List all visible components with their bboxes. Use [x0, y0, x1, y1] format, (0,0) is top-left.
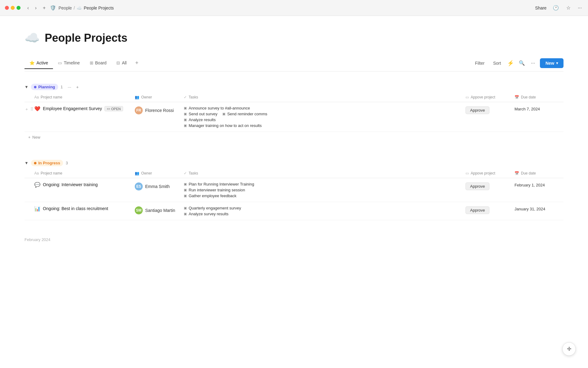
ip-col-approve-header: ▭ Appove project	[466, 171, 514, 175]
ip-avatar-0: ES	[135, 182, 143, 190]
inprogress-label: In Progress	[38, 161, 60, 165]
search-icon[interactable]: 🔍	[518, 59, 526, 67]
history-button[interactable]: 🕐	[552, 4, 560, 12]
col-tasks-label: Tasks	[189, 95, 198, 99]
ip-task-icon-0-2: ▣	[184, 194, 187, 198]
share-button[interactable]: Share	[535, 6, 546, 10]
ip-project-label-0[interactable]: Ongoing: Interviewer training	[43, 182, 98, 188]
ip-due-cell-1: January 31, 2024	[514, 206, 564, 211]
more-options-button[interactable]: ···	[577, 4, 583, 12]
timeline-tab-icon: ▭	[58, 60, 62, 65]
add-tab-button[interactable]: +	[133, 57, 141, 69]
tab-board[interactable]: ⊞ Board	[85, 57, 111, 69]
planning-project-label-0[interactable]: Employee Engagement Survey	[43, 106, 102, 112]
inprogress-row-1: 📊 Ongoing: Best in class recruitment SM …	[24, 202, 564, 220]
all-tab-icon: ⊟	[116, 60, 120, 65]
planning-count: 1	[61, 85, 63, 89]
star-button[interactable]: ☆	[565, 4, 572, 12]
col-project-name-header: Aa Project name	[24, 95, 135, 99]
new-button[interactable]: New ▾	[540, 58, 564, 68]
ip-avatar-initials-0: ES	[136, 184, 141, 189]
ip-approve-button-1[interactable]: Approve	[466, 206, 489, 214]
owner-icon: 👥	[135, 95, 139, 99]
planning-badge[interactable]: Planning	[31, 84, 58, 90]
ip-project-label-1[interactable]: Ongoing: Best in class recruitment	[43, 206, 108, 212]
ip-owner-name-1: Santiago Martin	[145, 208, 175, 213]
ip-avatar-1: SM	[135, 206, 143, 214]
section-planning-header: ▼ Planning 1 ··· +	[24, 81, 564, 93]
tab-timeline-label: Timeline	[64, 60, 80, 65]
planning-approve-button-0[interactable]: Approve	[466, 106, 489, 114]
tab-active[interactable]: ⭐ Active	[24, 57, 53, 69]
due-date-icon: 📅	[514, 95, 519, 99]
row-drag-button[interactable]: ⠿	[29, 106, 34, 112]
planning-approve-cell-0: Approve	[466, 106, 514, 114]
more-icon[interactable]: ···	[530, 59, 536, 67]
ip-owner-icon: 👥	[135, 171, 139, 175]
filter-button[interactable]: Filter	[473, 59, 487, 67]
back-button[interactable]: ‹	[25, 4, 31, 12]
project-open-tag-0[interactable]: ▭ OPEN	[104, 106, 123, 111]
col-owner-label: Owner	[141, 95, 152, 99]
planning-more-button[interactable]: ···	[66, 84, 73, 90]
section-inprogress-header: ▼ In Progress 3	[24, 157, 564, 169]
add-button[interactable]: +	[41, 4, 47, 12]
planning-new-label: New	[32, 135, 40, 140]
new-button-label: New	[545, 61, 554, 66]
ip-task-icon-0-0: ▣	[184, 182, 187, 186]
inprogress-table-header: Aa Project name 👥 Owner ✓ Tasks ▭ Appove…	[24, 169, 564, 178]
ip-task-0-0[interactable]: ▣ Plan for Running Interviewer Training	[184, 182, 254, 186]
ip-col-owner-label: Owner	[141, 171, 152, 175]
ip-project-emoji-1: 📊	[34, 206, 40, 212]
col-due-label: Due date	[521, 95, 536, 99]
ip-project-emoji-0: 💬	[34, 182, 40, 188]
page-title: People Projects	[45, 32, 127, 44]
task-item-0-4[interactable]: ▣ Manager training on how to act on resu…	[184, 123, 262, 128]
task-label-0-1: Send out survey	[189, 112, 217, 116]
planning-dot	[34, 86, 36, 88]
task-item-0-0[interactable]: ▣ Announce survey to #all-announce	[184, 106, 250, 110]
forward-button[interactable]: ›	[33, 4, 38, 12]
planning-table-header: Aa Project name 👥 Owner ✓ Tasks ▭ Appove…	[24, 93, 564, 102]
tab-timeline[interactable]: ▭ Timeline	[53, 57, 85, 69]
minimize-button[interactable]	[11, 6, 15, 10]
close-button[interactable]	[5, 6, 9, 10]
ip-task-0-1[interactable]: ▣ Run interviewer training session	[184, 188, 245, 192]
inprogress-chevron-icon[interactable]: ▼	[24, 161, 28, 165]
breadcrumb-icon2: ☁️	[77, 6, 82, 10]
col-project-label: Project name	[41, 95, 62, 99]
ip-task-0-2[interactable]: ▣ Gather employee feedback	[184, 194, 236, 198]
tab-all[interactable]: ⊟ All	[111, 57, 132, 69]
planning-new-row[interactable]: + New	[24, 132, 564, 143]
row-add-button[interactable]: +	[24, 106, 29, 112]
task-item-0-3[interactable]: ▣ Analyze results	[184, 117, 216, 122]
ip-tasks-cell-0: ▣ Plan for Running Interviewer Training …	[184, 182, 466, 198]
lightning-icon[interactable]: ⚡	[507, 60, 514, 67]
tasks-row-inner-1: ▣ Send out survey ▣ Send reminder comms	[184, 112, 466, 116]
ip-project-cell-0: 💬 Ongoing: Interviewer training	[24, 182, 135, 188]
task-item-0-1[interactable]: ▣ Send out survey	[184, 112, 217, 116]
ip-owner-cell-1: SM Santiago Martin	[135, 206, 184, 214]
ip-task-1-1[interactable]: ▣ Analyze survey results	[184, 212, 228, 216]
ip-task-1-0[interactable]: ▣ Quarterly engagement survey	[184, 206, 241, 210]
ip-col-project-label: Project name	[41, 171, 62, 175]
planning-add-button[interactable]: +	[75, 84, 80, 90]
tab-board-label: Board	[95, 60, 107, 65]
project-emoji-0: ❤️	[34, 106, 40, 112]
inprogress-dot	[34, 162, 36, 164]
board-tab-icon: ⊞	[90, 60, 93, 65]
inprogress-badge[interactable]: In Progress	[31, 160, 63, 166]
sort-button[interactable]: Sort	[491, 59, 503, 67]
ip-approve-button-0[interactable]: Approve	[466, 182, 489, 190]
maximize-button[interactable]	[17, 6, 21, 10]
ip-tasks-inner-0-0: ▣ Plan for Running Interviewer Training	[184, 182, 466, 186]
fab-button[interactable]: ✛	[562, 342, 576, 356]
task-label-0-0: Announce survey to #all-announce	[189, 106, 250, 110]
active-tab-icon: ⭐	[29, 60, 35, 65]
section-planning: ▼ Planning 1 ··· + Aa Project name 👥 Own…	[24, 81, 564, 143]
owner-name-0: Florence Rossi	[145, 108, 174, 113]
page-title-row: ☁️ People Projects	[24, 31, 564, 45]
project-tag-label: OPEN	[111, 107, 121, 111]
planning-chevron-icon[interactable]: ▼	[24, 85, 28, 89]
task-item-0-2[interactable]: ▣ Send reminder comms	[222, 112, 267, 116]
